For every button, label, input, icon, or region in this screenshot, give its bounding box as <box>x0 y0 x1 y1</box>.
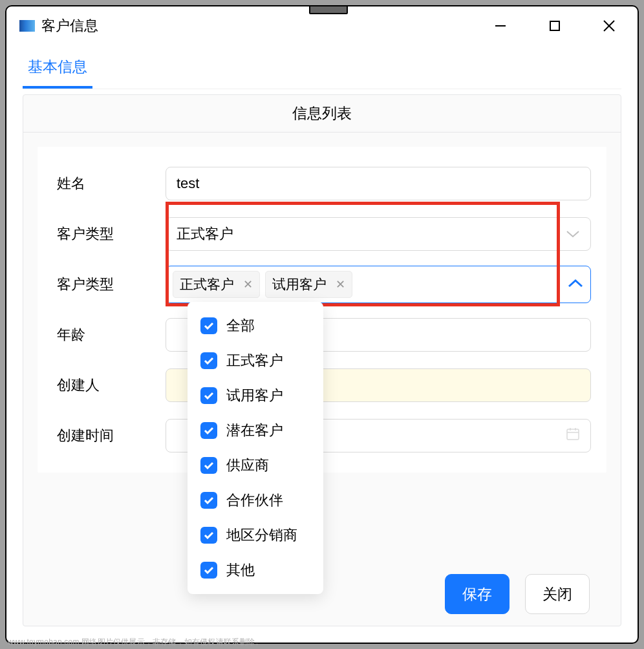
close-dialog-button[interactable]: 关闭 <box>525 574 590 614</box>
svg-rect-4 <box>567 429 579 440</box>
tabs: 基本信息 <box>23 45 621 89</box>
tag-label: 正式客户 <box>180 275 234 293</box>
label-age: 年龄 <box>43 325 166 345</box>
customer-type-value: 正式客户 <box>177 224 233 244</box>
customer-type-select[interactable]: 正式客户 <box>166 217 591 251</box>
checkbox-checked-icon <box>200 562 217 579</box>
checkbox-checked-icon <box>200 317 217 334</box>
row-customer-type-single: 客户类型 正式客户 <box>43 209 591 259</box>
checkbox-checked-icon <box>200 457 217 474</box>
option-supplier[interactable]: 供应商 <box>188 448 323 483</box>
label-creator: 创建人 <box>43 376 166 395</box>
option-other[interactable]: 其他 <box>188 553 323 588</box>
chevron-up-icon <box>567 276 584 293</box>
option-reseller[interactable]: 地区分销商 <box>188 518 323 553</box>
option-label: 潜在客户 <box>226 421 283 440</box>
maximize-button[interactable] <box>546 17 564 35</box>
content-area: 基本信息 信息列表 姓名 客户类型 正式客户 <box>6 45 638 643</box>
option-partner[interactable]: 合作伙伴 <box>188 483 323 518</box>
chevron-down-icon <box>566 229 580 239</box>
tab-basic-info[interactable]: 基本信息 <box>23 45 92 89</box>
label-customer-type-1: 客户类型 <box>43 224 166 244</box>
name-input[interactable] <box>177 175 580 192</box>
window-title: 客户信息 <box>41 16 491 36</box>
checkbox-checked-icon <box>200 422 217 439</box>
svg-rect-1 <box>550 21 559 30</box>
option-label: 合作伙伴 <box>226 491 283 510</box>
panel: 信息列表 姓名 客户类型 正式客户 <box>23 94 621 626</box>
option-all[interactable]: 全部 <box>188 308 323 343</box>
checkbox-checked-icon <box>200 492 217 509</box>
tag-item: 正式客户 ✕ <box>173 271 260 298</box>
option-label: 全部 <box>226 316 255 335</box>
label-created-at: 创建时间 <box>43 426 166 445</box>
option-formal[interactable]: 正式客户 <box>188 343 323 378</box>
footer-actions: 保存 关闭 <box>445 574 590 614</box>
customer-type-multiselect[interactable]: 正式客户 ✕ 试用客户 ✕ <box>166 266 591 303</box>
checkbox-checked-icon <box>200 527 217 544</box>
minimize-button[interactable] <box>491 17 510 35</box>
close-button[interactable] <box>600 17 618 35</box>
option-label: 供应商 <box>226 456 269 475</box>
watermark-text: www.toymoban.com 网络图片仅供展示，非存储，如有侵权请联系删除。 <box>8 637 263 648</box>
tag-remove-icon[interactable]: ✕ <box>243 277 253 292</box>
save-button[interactable]: 保存 <box>445 574 510 614</box>
checkbox-checked-icon <box>200 387 217 404</box>
checkbox-checked-icon <box>200 352 217 369</box>
label-name: 姓名 <box>43 174 166 193</box>
panel-header: 信息列表 <box>23 95 621 133</box>
app-icon <box>19 20 35 32</box>
tag-item: 试用客户 ✕ <box>265 271 352 298</box>
window-handle[interactable] <box>309 5 348 14</box>
option-trial[interactable]: 试用客户 <box>188 378 323 413</box>
dropdown-panel: 全部 正式客户 试用客户 潜在客户 <box>188 302 323 594</box>
option-label: 正式客户 <box>226 351 283 370</box>
window-controls <box>491 17 618 35</box>
option-label: 地区分销商 <box>226 526 297 545</box>
row-name: 姓名 <box>43 158 591 209</box>
option-potential[interactable]: 潜在客户 <box>188 413 323 448</box>
name-input-wrapper[interactable] <box>166 167 591 200</box>
calendar-icon <box>566 427 580 445</box>
dialog-window: 客户信息 基本信息 信息列表 姓名 <box>5 5 639 644</box>
label-customer-type-2: 客户类型 <box>43 275 166 294</box>
tag-label: 试用客户 <box>272 275 327 293</box>
option-label: 试用客户 <box>226 386 283 405</box>
form: 姓名 客户类型 正式客户 <box>38 147 606 473</box>
tag-remove-icon[interactable]: ✕ <box>336 277 345 292</box>
option-label: 其他 <box>226 560 255 580</box>
